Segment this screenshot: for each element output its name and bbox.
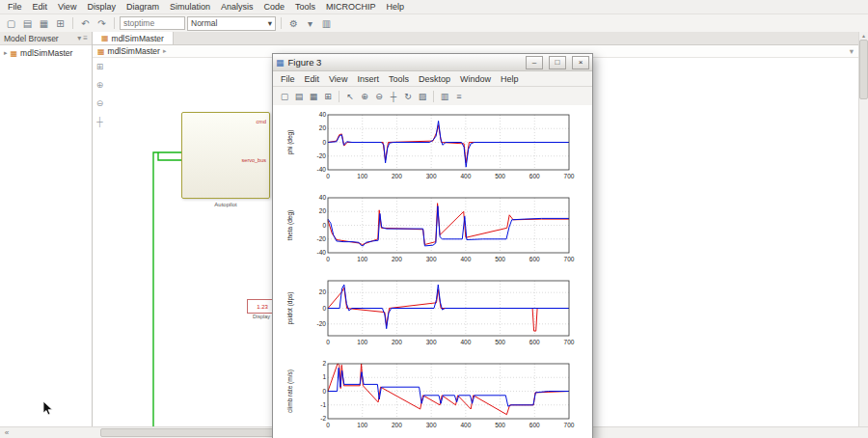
- tree-item-mdlsimmaster[interactable]: ▸ ▦ mdlSimMaster: [0, 47, 92, 59]
- fig-menu-help[interactable]: Help: [496, 74, 524, 84]
- separator: [114, 17, 115, 29]
- chevron-down-icon[interactable]: ▾: [303, 16, 317, 30]
- arrow-tool-icon[interactable]: ↖: [343, 89, 357, 103]
- monitor-icon[interactable]: ▥: [319, 16, 334, 30]
- simulation-mode-dropdown[interactable]: Normal ▾: [187, 16, 276, 31]
- open-icon[interactable]: ▤: [20, 16, 35, 30]
- svg-text:400: 400: [460, 339, 471, 345]
- canvas-tool-strip: ⊞ ⊕ ⊖ ┼: [93, 62, 107, 126]
- svg-text:700: 700: [564, 256, 575, 262]
- svg-text:0: 0: [322, 305, 326, 312]
- pan-icon[interactable]: ┼: [387, 89, 400, 103]
- collapse-panel-icon[interactable]: «: [0, 428, 14, 437]
- fig-menu-desktop[interactable]: Desktop: [414, 74, 455, 84]
- menu-view[interactable]: View: [53, 1, 81, 13]
- figure-title: Figure 3: [288, 57, 322, 68]
- vertical-scrollbar[interactable]: ▴: [858, 32, 868, 427]
- figure-titlebar[interactable]: ▦ Figure 3 – □ ×: [273, 54, 592, 71]
- zoom-out-icon[interactable]: ⊖: [96, 98, 104, 108]
- block-name: Autopilot: [173, 202, 279, 207]
- model-browser-title: Model Browser: [4, 34, 59, 43]
- subplot-theta[interactable]: theta (deg) -40-200204001002003004005006…: [286, 195, 592, 272]
- tree-expand-icon[interactable]: ▸: [4, 49, 8, 57]
- svg-text:400: 400: [460, 256, 471, 262]
- subplot-phi[interactable]: phi (deg) -40-20020400100200300400500600…: [286, 112, 592, 189]
- insert-legend-icon[interactable]: ≡: [452, 89, 466, 103]
- maximize-button[interactable]: □: [549, 56, 566, 69]
- menu-help[interactable]: Help: [382, 1, 410, 13]
- panel-menu-icon[interactable]: ≡: [83, 34, 88, 42]
- save-icon[interactable]: ▦: [307, 89, 320, 103]
- zoom-in-icon[interactable]: ⊕: [358, 89, 371, 103]
- svg-text:0: 0: [326, 173, 330, 179]
- zoom-out-icon[interactable]: ⊖: [372, 89, 386, 103]
- subplot-climb-rate[interactable]: climb rate (m/s) -2-10120100200300400500…: [286, 361, 592, 438]
- save-icon[interactable]: ▦: [37, 16, 51, 30]
- menu-simulation[interactable]: Simulation: [165, 1, 215, 13]
- tab-mdlsimmaster[interactable]: ▦ mdlSimMaster: [93, 32, 174, 44]
- svg-text:600: 600: [529, 256, 540, 262]
- chevron-down-icon[interactable]: ▾: [77, 34, 81, 42]
- fig-menu-view[interactable]: View: [324, 74, 352, 84]
- print-icon[interactable]: ⊞: [53, 16, 68, 30]
- autopilot-block[interactable]: cmd servo_bus Autopilot: [181, 112, 270, 199]
- tree-item-label: mdlSimMaster: [20, 48, 72, 58]
- undo-icon[interactable]: ↶: [78, 16, 93, 30]
- svg-text:-40: -40: [317, 249, 327, 256]
- gear-icon[interactable]: ⚙: [286, 16, 301, 30]
- zoom-in-icon[interactable]: ⊕: [96, 80, 104, 90]
- breadcrumb-root[interactable]: mdlSimMaster: [108, 46, 160, 56]
- close-button[interactable]: ×: [572, 56, 589, 69]
- fig-menu-file[interactable]: File: [276, 74, 300, 84]
- svg-text:-20: -20: [317, 152, 327, 159]
- figure-window[interactable]: ▦ Figure 3 – □ × File Edit View Insert T…: [272, 53, 593, 438]
- figure-plot-area: phi (deg) -40-20020400100200300400500600…: [273, 105, 592, 438]
- y-axis-label: climb rate (m/s): [284, 361, 296, 422]
- menu-microchip[interactable]: MICROCHIP: [321, 1, 381, 13]
- fig-menu-window[interactable]: Window: [455, 74, 496, 84]
- print-icon[interactable]: ⊞: [321, 89, 335, 103]
- desktop: File Edit View Display Diagram Simulatio…: [0, 0, 868, 438]
- new-icon[interactable]: ▢: [4, 16, 18, 30]
- menu-diagram[interactable]: Diagram: [122, 1, 164, 13]
- svg-text:0: 0: [326, 339, 330, 345]
- menu-file[interactable]: File: [3, 1, 27, 13]
- insert-colorbar-icon[interactable]: ▥: [438, 89, 451, 103]
- scroll-up-icon[interactable]: ▴: [862, 32, 865, 39]
- svg-text:2: 2: [322, 361, 326, 367]
- minimize-button[interactable]: –: [526, 56, 543, 69]
- svg-text:-20: -20: [317, 320, 327, 327]
- svg-text:100: 100: [357, 256, 367, 262]
- scrollbar-thumb[interactable]: [859, 40, 868, 99]
- fig-menu-edit[interactable]: Edit: [300, 74, 325, 84]
- menu-code[interactable]: Code: [258, 1, 289, 13]
- svg-text:700: 700: [564, 339, 575, 345]
- zoom-fit-icon[interactable]: ⊞: [96, 62, 104, 71]
- data-cursor-icon[interactable]: ▨: [416, 89, 429, 103]
- open-icon[interactable]: ▤: [292, 89, 306, 103]
- chevron-right-icon: ▸: [163, 47, 167, 55]
- psidot-chart[interactable]: -200200100200300400500600700: [299, 278, 579, 355]
- pan-icon[interactable]: ┼: [96, 117, 102, 126]
- fig-menu-insert[interactable]: Insert: [352, 74, 384, 84]
- menu-tools[interactable]: Tools: [290, 1, 320, 13]
- menu-edit[interactable]: Edit: [28, 1, 53, 13]
- chevron-down-icon[interactable]: ▾: [850, 46, 854, 56]
- svg-text:700: 700: [564, 173, 575, 179]
- rotate-3d-icon[interactable]: ↻: [401, 89, 415, 103]
- menu-display[interactable]: Display: [82, 1, 121, 13]
- figure-icon: ▦: [276, 58, 285, 68]
- climb-rate-chart[interactable]: -2-10120100200300400500600700: [299, 361, 579, 438]
- menu-analysis[interactable]: Analysis: [216, 1, 258, 13]
- redo-icon[interactable]: ↷: [95, 16, 109, 30]
- new-figure-icon[interactable]: ▢: [278, 89, 291, 103]
- phi-chart[interactable]: -40-20020400100200300400500600700: [299, 112, 579, 189]
- y-axis-label: theta (deg): [284, 195, 296, 256]
- svg-text:-20: -20: [317, 235, 327, 242]
- svg-text:1: 1: [322, 373, 326, 380]
- svg-text:400: 400: [460, 173, 471, 179]
- subplot-psidot[interactable]: psidot (dps) -20020010020030040050060070…: [286, 278, 592, 355]
- fig-menu-tools[interactable]: Tools: [384, 74, 414, 84]
- stop-time-input[interactable]: [120, 16, 185, 30]
- theta-chart[interactable]: -40-20020400100200300400500600700: [299, 195, 579, 272]
